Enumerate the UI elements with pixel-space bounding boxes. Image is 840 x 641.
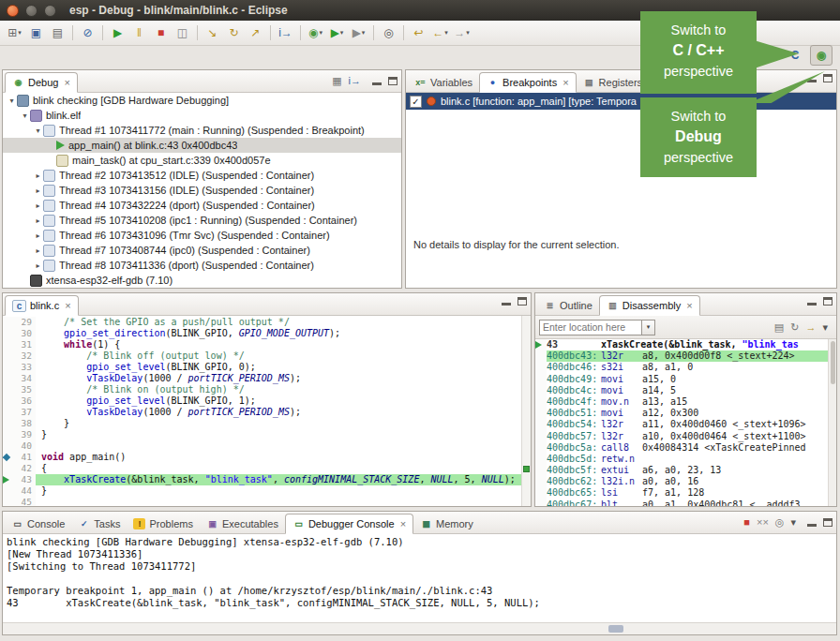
refresh-icon[interactable]: ↻ [790,320,799,334]
instruction-step-toggle-icon[interactable]: i→ [349,74,361,87]
disassembly-line[interactable]: 400dbc43:l32ra8, 0x400d00f8 <_stext+224> [535,350,829,362]
line-number[interactable]: 29 [11,317,36,328]
debug-tree-item[interactable]: ▸Thread #5 1073410208 (ipc1 : Running) (… [3,213,401,228]
disassembly-listing[interactable]: 43xTaskCreate(&blink_task, "blink_tas400… [535,339,829,506]
collapse-arrow-icon[interactable]: ▾ [33,127,43,135]
show-source-icon[interactable]: ▤ [774,320,784,334]
tab-blink-c[interactable]: cblink.c× [5,295,79,316]
debug-tree-item[interactable]: ▸Thread #4 1073432224 (dport) (Suspended… [3,198,401,213]
disassembly-source-line[interactable]: 43xTaskCreate(&blink_task, "blink_tas [535,339,829,350]
debug-tree-item[interactable]: main_task() at cpu_start.c:339 0x400d057… [3,153,401,168]
expand-arrow-icon[interactable]: ▸ [33,171,43,180]
debug-tree-item[interactable]: ▸Thread #7 1073408744 (ipc0) (Suspended … [3,243,401,258]
minimize-view-icon[interactable] [502,297,511,306]
scrollbar-handle[interactable] [831,341,835,384]
line-number[interactable]: 35 [11,384,36,395]
maximize-view-icon[interactable] [823,74,832,82]
step-over-icon[interactable]: ↻ [223,23,245,42]
disassembly-menu-icon[interactable]: ▾ [822,320,828,334]
disassembly-line[interactable]: 400dbc67:blta0, a1, 0x400dbc81 <__adddf3 [535,499,829,506]
line-number[interactable]: 30 [11,328,36,339]
debug-tree-item[interactable]: ▸Thread #2 1073413512 (IDLE) (Suspended … [3,168,401,183]
code-line[interactable]: 39} [3,429,522,440]
line-number[interactable]: 41 [11,452,36,463]
step-return-icon[interactable]: ↗ [245,23,266,42]
suspend-icon[interactable]: ‖ [128,23,150,42]
disassembly-line[interactable]: 400dbc51:movia12, 0x300 [535,408,829,419]
line-number[interactable]: 42 [11,463,36,474]
overview-ruler[interactable] [521,316,531,506]
tab-outline[interactable]: ≣Outline [537,296,599,315]
expand-arrow-icon[interactable]: ▸ [33,186,43,195]
code-line[interactable]: 44} [3,485,522,497]
debug-tree-item[interactable]: ▸Thread #6 1073431096 (Tmr Svc) (Suspend… [3,228,401,243]
close-tab-icon[interactable]: × [64,77,69,88]
debug-perspective-icon[interactable]: ◉ [810,45,832,66]
disassembly-line[interactable]: 400dbc54:l32ra11, 0x400d0460 <_stext+109… [535,419,829,430]
line-number[interactable]: 31 [11,339,36,350]
tab-variables[interactable]: x=Variables [408,73,479,92]
tab-debug[interactable]: ◉Debug× [5,72,78,93]
collapse-arrow-icon[interactable]: ▾ [7,97,17,105]
code-line[interactable]: 42{ [3,463,522,474]
new-wizard-icon[interactable]: ⊞▾ [4,23,25,42]
terminate-console-icon[interactable]: ■ [743,515,750,529]
tab-tasks[interactable]: ✓Tasks [71,514,127,533]
disassembly-scrollbar[interactable] [828,339,836,506]
close-tab-icon[interactable]: × [686,300,692,311]
code-line[interactable]: 29 /* Set the GPIO as a push/pull output… [3,317,522,328]
run-icon[interactable]: ▶▾ [326,23,348,42]
disassembly-line[interactable]: 400dbc5a:call80x40084314 <xTaskCreatePin… [535,442,829,454]
line-number[interactable]: 45 [11,497,36,506]
forward-icon[interactable]: →▾ [451,23,472,42]
tab-registers[interactable]: ▤Registers [577,73,649,92]
print-icon[interactable]: ▤ [47,23,68,42]
instruction-stepping-icon[interactable]: i→ [275,23,296,42]
back-icon[interactable]: ←▾ [429,23,451,42]
disassembly-line[interactable]: 400dbc62:l32i.na0, a0, 16 [535,476,829,487]
debug-tree-item[interactable]: app_main() at blink.c:43 0x400dbc43 [3,138,401,153]
expand-arrow-icon[interactable]: ▸ [33,231,43,240]
disassembly-line[interactable]: 400dbc49:movia15, 0 [535,374,829,385]
code-line[interactable]: 35 /* Blink on (output high) */ [3,384,522,395]
expand-arrow-icon[interactable]: ▸ [33,216,43,225]
tab-problems[interactable]: !Problems [127,514,199,533]
disconnect-icon[interactable]: ◫ [172,23,193,42]
line-number[interactable]: 38 [11,418,36,429]
maximize-view-icon[interactable] [388,77,398,85]
line-number[interactable]: 39 [11,429,36,440]
step-into-icon[interactable]: ↘ [202,23,223,42]
close-tab-icon[interactable]: × [400,518,406,529]
disassembly-line[interactable]: 400dbc4f:mov.na13, a15 [535,396,829,408]
line-number[interactable]: 40 [11,440,36,452]
line-number[interactable]: 43 [11,474,36,485]
minimize-view-icon[interactable] [372,77,382,85]
line-number[interactable]: 32 [11,350,36,362]
tab-executables[interactable]: ▣Executables [200,514,285,533]
disassembly-line[interactable]: 400dbc5d:retw.n [535,454,829,465]
code-line[interactable]: 36 gpio_set_level(BLINK_GPIO, 1); [3,395,522,407]
pin-console-icon[interactable]: ◎ [775,515,785,529]
line-number[interactable]: 33 [11,362,36,373]
debug-icon[interactable]: ◉▾ [305,23,326,42]
tab-disassembly[interactable]: ▥Disassembly× [599,295,700,316]
code-line[interactable]: 32 /* Blink off (output low) */ [3,350,522,362]
disassembly-line[interactable]: 400dbc65:lsif7, a1, 128 [535,487,829,499]
debug-tree-item[interactable]: ▾Thread #1 1073411772 (main : Running) (… [3,123,401,138]
code-editor[interactable]: 29 /* Set the GPIO as a push/pull output… [3,317,522,506]
tab-debugger-console[interactable]: ▭Debugger Console× [285,514,413,534]
disassembly-location-input[interactable] [539,320,642,335]
disassembly-line[interactable]: 400dbc4c:movia14, 5 [535,385,829,396]
scrollbar-handle[interactable] [608,625,623,633]
close-tab-icon[interactable]: × [65,300,70,311]
disassembly-line[interactable]: 400dbc5f:extuia6, a0, 23, 13 [535,465,829,476]
code-line[interactable]: 30 gpio_set_direction(BLINK_GPIO, GPIO_M… [3,328,522,339]
code-line[interactable]: 31 while(1) { [3,339,522,350]
expand-arrow-icon[interactable]: ▸ [33,201,43,210]
search-icon[interactable]: ◎ [378,23,399,42]
tab-memory[interactable]: ▦Memory [413,514,480,533]
code-line[interactable]: 37 vTaskDelay(1000 / portTICK_PERIOD_MS)… [3,407,522,418]
expand-arrow-icon[interactable]: ▸ [33,261,43,270]
code-line[interactable]: 41void app_main() [3,452,522,463]
debug-tree-item[interactable]: ▸Thread #8 1073411336 (dport) (Suspended… [3,258,401,273]
